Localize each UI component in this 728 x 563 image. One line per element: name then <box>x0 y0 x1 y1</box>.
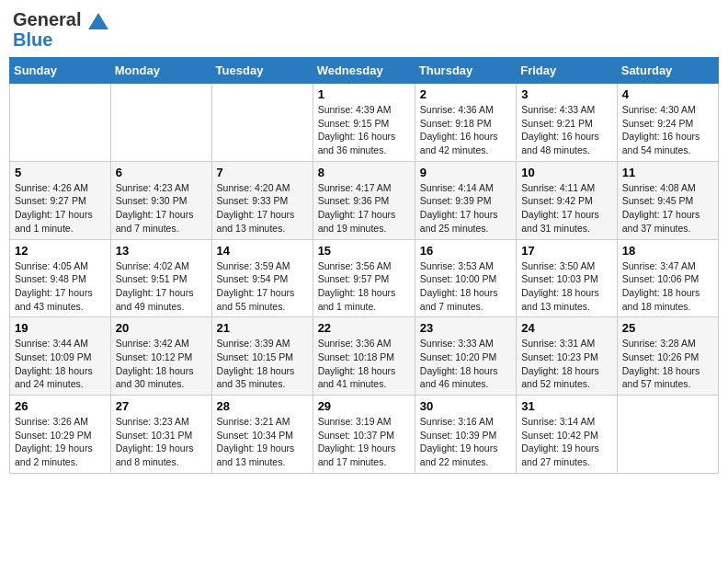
day-number: 2 <box>420 87 511 101</box>
calendar-day-13: 13Sunrise: 4:02 AM Sunset: 9:51 PM Dayli… <box>110 239 211 317</box>
day-info: Sunrise: 3:59 AM Sunset: 9:54 PM Dayligh… <box>217 259 308 314</box>
calendar-day-19: 19Sunrise: 3:44 AM Sunset: 10:09 PM Dayl… <box>10 317 111 396</box>
day-info: Sunrise: 4:23 AM Sunset: 9:30 PM Dayligh… <box>116 181 207 236</box>
header-sunday: Sunday <box>10 58 111 84</box>
day-info: Sunrise: 3:21 AM Sunset: 10:34 PM Daylig… <box>217 415 308 469</box>
calendar-day-16: 16Sunrise: 3:53 AM Sunset: 10:00 PM Dayl… <box>415 239 516 317</box>
calendar-day-17: 17Sunrise: 3:50 AM Sunset: 10:03 PM Dayl… <box>517 239 618 317</box>
calendar-day-26: 26Sunrise: 3:26 AM Sunset: 10:29 PM Dayl… <box>10 396 111 474</box>
calendar-day-25: 25Sunrise: 3:28 AM Sunset: 10:26 PM Dayl… <box>617 317 718 396</box>
calendar-day-12: 12Sunrise: 4:05 AM Sunset: 9:48 PM Dayli… <box>10 239 111 317</box>
calendar-header-row: SundayMondayTuesdayWednesdayThursdayFrid… <box>10 58 719 84</box>
day-number: 6 <box>116 166 207 179</box>
calendar-day-4: 4Sunrise: 4:30 AM Sunset: 9:24 PM Daylig… <box>617 84 718 162</box>
calendar-day-28: 28Sunrise: 3:21 AM Sunset: 10:34 PM Dayl… <box>211 396 313 474</box>
svg-marker-0 <box>88 13 108 29</box>
day-info: Sunrise: 4:30 AM Sunset: 9:24 PM Dayligh… <box>622 103 713 157</box>
calendar-day-21: 21Sunrise: 3:39 AM Sunset: 10:15 PM Dayl… <box>211 317 313 396</box>
day-number: 12 <box>15 244 106 258</box>
day-number: 13 <box>116 244 207 258</box>
calendar-day-2: 2Sunrise: 4:36 AM Sunset: 9:18 PM Daylig… <box>415 84 516 162</box>
calendar-week-row: 19Sunrise: 3:44 AM Sunset: 10:09 PM Dayl… <box>10 317 719 396</box>
calendar-day-empty <box>211 84 313 162</box>
day-number: 24 <box>521 321 612 335</box>
day-number: 8 <box>318 166 410 179</box>
day-info: Sunrise: 3:39 AM Sunset: 10:15 PM Daylig… <box>217 337 308 391</box>
calendar-day-empty <box>10 84 111 162</box>
day-info: Sunrise: 4:17 AM Sunset: 9:36 PM Dayligh… <box>318 181 410 236</box>
calendar-week-row: 12Sunrise: 4:05 AM Sunset: 9:48 PM Dayli… <box>10 239 719 317</box>
calendar-day-11: 11Sunrise: 4:08 AM Sunset: 9:45 PM Dayli… <box>617 161 718 239</box>
day-number: 21 <box>217 321 308 335</box>
day-info: Sunrise: 4:08 AM Sunset: 9:45 PM Dayligh… <box>622 181 713 236</box>
calendar-day-empty <box>617 396 718 474</box>
day-number: 23 <box>420 321 511 335</box>
day-number: 4 <box>622 87 713 101</box>
day-info: Sunrise: 3:44 AM Sunset: 10:09 PM Daylig… <box>15 337 106 391</box>
page-header: General Blue <box>9 9 719 50</box>
day-number: 26 <box>15 399 106 413</box>
calendar-day-7: 7Sunrise: 4:20 AM Sunset: 9:33 PM Daylig… <box>211 161 313 239</box>
day-number: 28 <box>217 399 308 413</box>
calendar-day-9: 9Sunrise: 4:14 AM Sunset: 9:39 PM Daylig… <box>415 161 516 239</box>
day-info: Sunrise: 3:16 AM Sunset: 10:39 PM Daylig… <box>420 415 511 469</box>
day-info: Sunrise: 3:31 AM Sunset: 10:23 PM Daylig… <box>521 337 612 391</box>
calendar-day-27: 27Sunrise: 3:23 AM Sunset: 10:31 PM Dayl… <box>110 396 211 474</box>
day-number: 15 <box>318 244 410 258</box>
calendar-day-29: 29Sunrise: 3:19 AM Sunset: 10:37 PM Dayl… <box>313 396 415 474</box>
logo-line1: General <box>13 9 108 29</box>
calendar-day-10: 10Sunrise: 4:11 AM Sunset: 9:42 PM Dayli… <box>517 161 618 239</box>
header-friday: Friday <box>517 58 618 84</box>
day-number: 29 <box>318 399 410 413</box>
day-number: 30 <box>420 399 511 413</box>
day-info: Sunrise: 3:47 AM Sunset: 10:06 PM Daylig… <box>622 259 713 314</box>
day-info: Sunrise: 4:20 AM Sunset: 9:33 PM Dayligh… <box>217 181 308 236</box>
day-info: Sunrise: 3:23 AM Sunset: 10:31 PM Daylig… <box>116 415 207 469</box>
logo: General Blue <box>13 9 108 50</box>
day-info: Sunrise: 3:53 AM Sunset: 10:00 PM Daylig… <box>420 259 511 314</box>
day-number: 5 <box>15 166 106 179</box>
day-info: Sunrise: 3:33 AM Sunset: 10:20 PM Daylig… <box>420 337 511 391</box>
day-info: Sunrise: 3:50 AM Sunset: 10:03 PM Daylig… <box>521 259 612 314</box>
day-number: 20 <box>116 321 207 335</box>
day-number: 17 <box>521 244 612 258</box>
logo-arrow-icon <box>88 13 108 29</box>
calendar-day-22: 22Sunrise: 3:36 AM Sunset: 10:18 PM Dayl… <box>313 317 415 396</box>
logo-line2: Blue <box>13 29 108 50</box>
calendar-week-row: 1Sunrise: 4:39 AM Sunset: 9:15 PM Daylig… <box>10 84 719 162</box>
day-number: 11 <box>622 166 713 179</box>
calendar-day-8: 8Sunrise: 4:17 AM Sunset: 9:36 PM Daylig… <box>313 161 415 239</box>
header-wednesday: Wednesday <box>313 58 415 84</box>
day-info: Sunrise: 3:36 AM Sunset: 10:18 PM Daylig… <box>318 337 410 391</box>
calendar-day-15: 15Sunrise: 3:56 AM Sunset: 9:57 PM Dayli… <box>313 239 415 317</box>
day-info: Sunrise: 3:28 AM Sunset: 10:26 PM Daylig… <box>622 337 713 391</box>
day-number: 22 <box>318 321 410 335</box>
day-info: Sunrise: 4:26 AM Sunset: 9:27 PM Dayligh… <box>15 181 106 236</box>
header-tuesday: Tuesday <box>211 58 313 84</box>
day-info: Sunrise: 4:05 AM Sunset: 9:48 PM Dayligh… <box>15 259 106 314</box>
day-info: Sunrise: 4:39 AM Sunset: 9:15 PM Dayligh… <box>318 103 410 157</box>
calendar-day-14: 14Sunrise: 3:59 AM Sunset: 9:54 PM Dayli… <box>211 239 313 317</box>
day-number: 7 <box>217 166 308 179</box>
day-number: 14 <box>217 244 308 258</box>
day-info: Sunrise: 4:11 AM Sunset: 9:42 PM Dayligh… <box>521 181 612 236</box>
header-monday: Monday <box>110 58 211 84</box>
calendar-day-31: 31Sunrise: 3:14 AM Sunset: 10:42 PM Dayl… <box>517 396 618 474</box>
day-number: 19 <box>15 321 106 335</box>
calendar-day-24: 24Sunrise: 3:31 AM Sunset: 10:23 PM Dayl… <box>517 317 618 396</box>
calendar-table: SundayMondayTuesdayWednesdayThursdayFrid… <box>9 57 719 474</box>
calendar-day-6: 6Sunrise: 4:23 AM Sunset: 9:30 PM Daylig… <box>110 161 211 239</box>
calendar-week-row: 26Sunrise: 3:26 AM Sunset: 10:29 PM Dayl… <box>10 396 719 474</box>
calendar-day-empty <box>110 84 211 162</box>
day-info: Sunrise: 3:14 AM Sunset: 10:42 PM Daylig… <box>521 415 612 469</box>
day-number: 1 <box>318 87 410 101</box>
day-number: 9 <box>420 166 511 179</box>
day-number: 31 <box>521 399 612 413</box>
calendar-day-1: 1Sunrise: 4:39 AM Sunset: 9:15 PM Daylig… <box>313 84 415 162</box>
day-info: Sunrise: 4:14 AM Sunset: 9:39 PM Dayligh… <box>420 181 511 236</box>
calendar-day-18: 18Sunrise: 3:47 AM Sunset: 10:06 PM Dayl… <box>617 239 718 317</box>
calendar-week-row: 5Sunrise: 4:26 AM Sunset: 9:27 PM Daylig… <box>10 161 719 239</box>
day-info: Sunrise: 4:02 AM Sunset: 9:51 PM Dayligh… <box>116 259 207 314</box>
day-number: 18 <box>622 244 713 258</box>
day-info: Sunrise: 3:26 AM Sunset: 10:29 PM Daylig… <box>15 415 106 469</box>
